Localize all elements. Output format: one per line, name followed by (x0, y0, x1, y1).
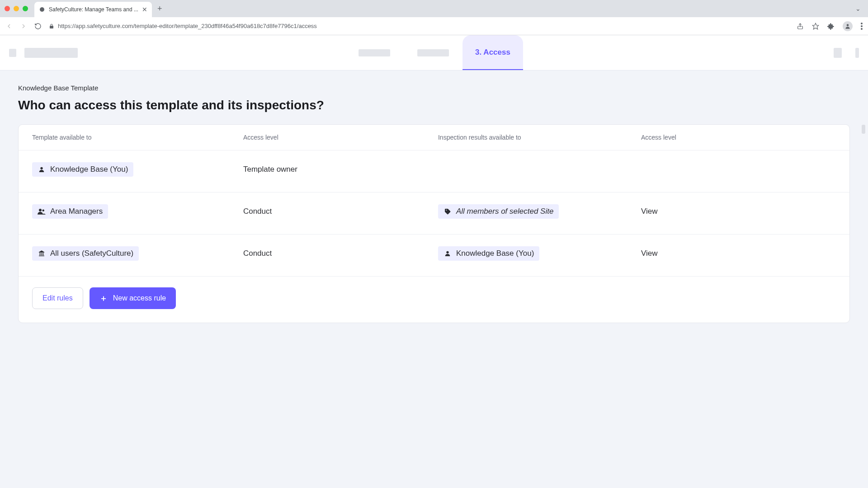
column-header-results-to: Inspection results available to (438, 134, 641, 141)
nav-placeholder (834, 48, 842, 58)
svg-point-15 (446, 251, 448, 253)
svg-rect-12 (42, 253, 42, 255)
minimize-window-button[interactable] (14, 6, 19, 11)
table-row[interactable]: All users (SafetyCulture)ConductKnowledg… (19, 235, 849, 277)
column-header-template-to: Template available to (32, 134, 243, 141)
tabs-overflow-icon[interactable]: ⌄ (855, 5, 861, 12)
back-button[interactable] (5, 23, 14, 30)
page-body: Knowledge Base Template Who can access t… (0, 70, 868, 488)
chip-label: All members of selected Site (456, 207, 553, 216)
svg-point-8 (39, 209, 42, 211)
nav-placeholder (9, 49, 16, 57)
tab-favicon-icon (39, 6, 45, 13)
close-tab-icon[interactable]: ✕ (142, 6, 147, 13)
template-available-chip: Area Managers (32, 204, 108, 219)
lock-icon (49, 23, 54, 29)
new-access-rule-button[interactable]: ＋ New access rule (90, 287, 176, 309)
svg-point-0 (40, 7, 44, 12)
table-row[interactable]: Knowledge Base (You)Template owner (19, 150, 849, 192)
edit-rules-button[interactable]: Edit rules (32, 287, 83, 309)
browser-tab[interactable]: SafetyCulture: Manage Teams and ... ✕ (34, 2, 152, 17)
results-available-chip: All members of selected Site (438, 204, 559, 219)
svg-point-7 (40, 167, 42, 169)
tab-title: SafetyCulture: Manage Teams and ... (49, 6, 138, 13)
svg-point-4 (861, 23, 863, 24)
new-access-rule-label: New access rule (113, 294, 166, 302)
plus-icon: ＋ (99, 293, 108, 304)
nav-tab-1[interactable] (345, 35, 404, 70)
page-title: Who can access this template and its ins… (18, 98, 850, 113)
kebab-menu-icon[interactable] (861, 23, 863, 30)
url-field[interactable]: https://app.safetyculture.com/template-e… (49, 23, 790, 29)
column-header-results-level: Access level (641, 134, 836, 141)
star-icon[interactable] (812, 23, 819, 30)
access-level: Template owner (243, 165, 438, 174)
org-icon (38, 250, 46, 257)
breadcrumb: Knowledge Base Template (18, 84, 850, 92)
access-table-card: Template available to Access level Inspe… (18, 124, 850, 323)
svg-rect-11 (41, 253, 41, 255)
chip-label: All users (SafetyCulture) (50, 249, 133, 258)
svg-point-3 (847, 24, 849, 26)
window-controls (5, 6, 28, 11)
chip-label: Area Managers (50, 207, 103, 216)
access-level: Conduct (243, 207, 438, 216)
scrollbar[interactable] (862, 125, 865, 134)
share-icon[interactable] (797, 23, 804, 30)
nav-placeholder (417, 49, 449, 56)
svg-rect-13 (43, 253, 43, 255)
table-header: Template available to Access level Inspe… (19, 125, 849, 150)
chip-label: Knowledge Base (You) (456, 249, 534, 258)
access-level: Conduct (243, 249, 438, 258)
nav-placeholder (855, 48, 859, 58)
maximize-window-button[interactable] (23, 6, 28, 11)
new-tab-button[interactable]: + (157, 4, 162, 14)
results-access-level: View (641, 249, 836, 258)
svg-rect-10 (39, 253, 40, 255)
reload-button[interactable] (34, 23, 42, 30)
svg-point-5 (861, 25, 863, 27)
svg-point-6 (861, 28, 863, 30)
table-row[interactable]: Area ManagersConductAll members of selec… (19, 192, 849, 235)
tag-icon (443, 208, 452, 215)
svg-point-9 (42, 210, 45, 212)
table-actions: Edit rules ＋ New access rule (19, 277, 849, 323)
svg-rect-14 (39, 256, 44, 256)
template-available-chip: All users (SafetyCulture) (32, 246, 139, 261)
nav-tab-2[interactable] (404, 35, 462, 70)
nav-tab-access[interactable]: 3. Access (462, 35, 523, 70)
extensions-icon[interactable] (827, 23, 835, 30)
profile-avatar-icon[interactable] (843, 21, 853, 31)
forward-button[interactable] (20, 23, 28, 30)
address-bar: https://app.safetyculture.com/template-e… (0, 17, 868, 35)
person-icon (38, 166, 46, 173)
nav-placeholder (359, 49, 390, 56)
toolbar-icons (797, 21, 863, 31)
chip-label: Knowledge Base (You) (50, 165, 128, 174)
person-icon (443, 250, 452, 257)
group-icon (38, 208, 46, 215)
close-window-button[interactable] (5, 6, 10, 11)
url-text: https://app.safetyculture.com/template-e… (58, 23, 317, 29)
results-available-chip: Knowledge Base (You) (438, 246, 539, 261)
template-available-chip: Knowledge Base (You) (32, 162, 133, 177)
nav-tab-access-label: 3. Access (475, 48, 510, 57)
svg-marker-2 (812, 23, 818, 29)
app-top-nav: 3. Access (0, 35, 868, 70)
nav-placeholder (24, 48, 78, 58)
results-access-level: View (641, 207, 836, 216)
browser-chrome: SafetyCulture: Manage Teams and ... ✕ + … (0, 0, 868, 35)
column-header-template-level: Access level (243, 134, 438, 141)
tab-bar: SafetyCulture: Manage Teams and ... ✕ + … (0, 0, 868, 17)
